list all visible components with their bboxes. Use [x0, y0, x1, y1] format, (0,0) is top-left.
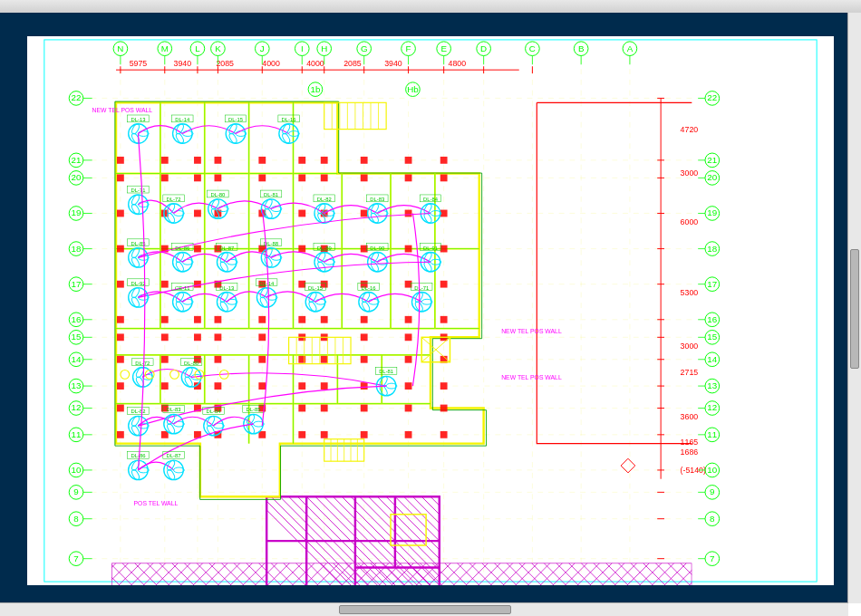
svg-text:8: 8 [710, 514, 714, 524]
svg-text:3000: 3000 [681, 342, 699, 351]
svg-text:G: G [361, 43, 368, 53]
column-marker [194, 157, 201, 164]
svg-text:DL-92: DL-92 [131, 281, 145, 286]
svg-text:16: 16 [72, 314, 82, 324]
column-marker [161, 281, 169, 288]
scrollbar-horizontal[interactable] [0, 602, 848, 616]
svg-point-411 [131, 468, 140, 480]
wiring [138, 424, 253, 470]
column-marker [215, 333, 222, 341]
svg-text:22: 22 [72, 92, 82, 102]
svg-text:DL-14: DL-14 [175, 117, 190, 122]
column-marker [215, 356, 222, 363]
column-marker [117, 356, 124, 363]
column-marker [361, 157, 368, 164]
svg-point-327 [131, 296, 140, 308]
ceiling-fan [411, 292, 431, 313]
column-marker [321, 157, 328, 164]
ceiling-fan [279, 123, 299, 144]
column-marker [298, 431, 305, 438]
svg-text:5300: 5300 [681, 288, 699, 297]
svg-point-355 [369, 299, 380, 304]
column-marker [361, 431, 368, 438]
column-marker [117, 174, 124, 181]
column-marker [117, 157, 124, 164]
column-marker [298, 210, 305, 217]
svg-text:D: D [480, 43, 487, 53]
svg-text:A: A [627, 43, 634, 53]
svg-point-285 [131, 256, 140, 268]
svg-text:1686: 1686 [681, 448, 699, 457]
svg-text:18: 18 [707, 244, 717, 254]
column-marker [361, 333, 368, 341]
svg-text:DL-71: DL-71 [414, 285, 429, 291]
svg-text:C: C [529, 43, 536, 53]
svg-text:5975: 5975 [130, 59, 148, 68]
svg-text:E: E [440, 43, 447, 53]
svg-text:4800: 4800 [449, 59, 467, 68]
svg-line-147 [324, 487, 449, 585]
svg-text:3000: 3000 [681, 168, 699, 178]
svg-text:DL-71: DL-71 [131, 188, 145, 193]
svg-line-154 [386, 487, 510, 585]
svg-text:I: I [301, 43, 304, 53]
column-marker [298, 245, 305, 253]
column-marker [258, 382, 266, 390]
svg-line-155 [395, 487, 519, 585]
svg-text:L: L [195, 43, 200, 53]
svg-point-333 [175, 301, 185, 313]
column-marker [298, 382, 305, 390]
drawing-paper[interactable]: DL-13DL-14DL-15DL-16DL-71DL-72DL-80DL-81… [27, 36, 834, 585]
scroll-thumb-horizontal[interactable] [339, 605, 510, 614]
column-marker [215, 382, 222, 390]
scrollbar-vertical[interactable] [847, 13, 861, 603]
svg-text:3940: 3940 [174, 59, 192, 68]
cad-drawing[interactable]: DL-13DL-14DL-15DL-16DL-71DL-72DL-80DL-81… [27, 36, 834, 585]
column-marker [298, 174, 305, 181]
column-marker [298, 405, 305, 412]
column-marker [194, 333, 201, 341]
svg-point-253 [218, 207, 228, 212]
svg-point-278 [423, 203, 433, 215]
svg-point-291 [175, 261, 185, 273]
column-marker [405, 157, 412, 164]
svg-text:DL-86: DL-86 [175, 245, 189, 251]
svg-point-417 [166, 468, 176, 480]
column-marker [440, 316, 448, 323]
svg-point-416 [166, 459, 176, 471]
drawing-viewport[interactable]: DL-13DL-14DL-15DL-16DL-71DL-72DL-80DL-81… [0, 13, 861, 603]
svg-text:2085: 2085 [216, 59, 234, 68]
toolbar[interactable] [0, 0, 861, 14]
svg-point-307 [324, 259, 335, 265]
svg-text:10: 10 [72, 465, 82, 475]
svg-point-217 [138, 131, 149, 137]
column-marker [194, 316, 201, 323]
svg-line-162 [457, 487, 581, 585]
svg-point-229 [236, 131, 247, 137]
column-marker [117, 405, 124, 412]
light-point [170, 370, 179, 379]
column-marker [405, 316, 412, 323]
property-line [537, 102, 692, 443]
svg-text:11: 11 [72, 429, 82, 439]
column-marker [161, 174, 169, 181]
column-marker [440, 405, 448, 412]
svg-point-231 [228, 132, 238, 144]
svg-text:DL-13: DL-13 [219, 285, 234, 291]
column-marker [321, 405, 328, 412]
column-marker [215, 174, 222, 181]
svg-text:22: 22 [707, 92, 717, 102]
svg-text:1b: 1b [310, 84, 320, 94]
svg-text:17: 17 [707, 279, 717, 289]
wiring [324, 254, 378, 262]
column-marker [440, 431, 448, 438]
scroll-thumb-vertical[interactable] [850, 249, 859, 369]
svg-text:DL-72: DL-72 [135, 361, 150, 366]
svg-text:DL-91: DL-91 [423, 245, 438, 251]
svg-line-149 [342, 487, 466, 585]
svg-text:2085: 2085 [343, 59, 362, 68]
column-marker [361, 210, 368, 217]
svg-text:15: 15 [707, 332, 717, 342]
svg-text:14: 14 [72, 354, 82, 364]
column-marker [361, 382, 368, 390]
